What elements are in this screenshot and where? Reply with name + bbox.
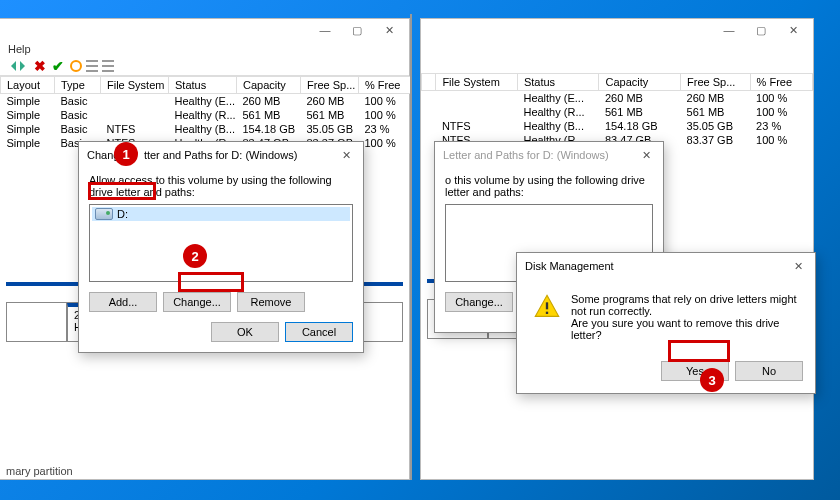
col-pct[interactable]: % Free xyxy=(359,77,411,94)
refresh-icon[interactable] xyxy=(70,60,82,72)
col-fs[interactable]: File System xyxy=(436,74,518,91)
ok-button[interactable]: OK xyxy=(211,322,279,342)
confirm-title: Disk Management xyxy=(525,260,614,272)
dialog-titlebar[interactable]: Letter and Paths for D: (Windows) ✕ xyxy=(435,142,663,168)
col-free[interactable]: Free Sp... xyxy=(681,74,751,91)
drive-letter-item[interactable]: D: xyxy=(92,207,350,221)
svg-rect-1 xyxy=(546,312,548,314)
titlebar: — ▢ ✕ xyxy=(0,19,409,41)
cancel-button[interactable]: Cancel xyxy=(285,322,353,342)
yes-button[interactable]: Yes xyxy=(661,361,729,381)
col-blank xyxy=(422,74,436,91)
col-layout[interactable]: Layout xyxy=(1,77,55,94)
pane-divider xyxy=(410,14,412,480)
add-button[interactable]: Add... xyxy=(89,292,157,312)
close-icon[interactable]: ✕ xyxy=(789,257,807,275)
table-row[interactable]: SimpleBasicHealthy (E...260 MB260 MB100 … xyxy=(1,94,411,109)
confirm-msg-line1: Some programs that rely on drive letters… xyxy=(571,293,799,317)
delete-icon[interactable]: ✖ xyxy=(34,59,48,73)
change-button[interactable]: Change... xyxy=(445,292,513,312)
col-fs[interactable]: File System xyxy=(101,77,169,94)
close-button[interactable]: ✕ xyxy=(777,20,809,40)
change-letter-dialog-left: Change tter and Paths for D: (Windows) ✕… xyxy=(78,141,364,353)
col-status[interactable]: Status xyxy=(169,77,237,94)
volume-table: File System Status Capacity Free Sp... %… xyxy=(421,73,813,147)
warning-icon xyxy=(533,293,561,321)
forward-icon[interactable] xyxy=(20,61,30,71)
titlebar: — ▢ ✕ xyxy=(421,19,813,41)
close-icon[interactable]: ✕ xyxy=(637,146,655,164)
table-row[interactable]: SimpleBasicNTFSHealthy (B...154.18 GB35.… xyxy=(1,122,411,136)
svg-rect-0 xyxy=(546,302,548,309)
col-type[interactable]: Type xyxy=(55,77,101,94)
volume-table: Layout Type File System Status Capacity … xyxy=(0,76,411,150)
list-icon[interactable] xyxy=(86,60,98,72)
minimize-button[interactable]: — xyxy=(309,20,341,40)
col-pct[interactable]: % Free xyxy=(750,74,812,91)
table-row[interactable]: Healthy (R...561 MB561 MB100 % xyxy=(422,105,813,119)
close-button[interactable]: ✕ xyxy=(373,20,405,40)
table-row[interactable]: NTFSHealthy (B...154.18 GB35.05 GB23 % xyxy=(422,119,813,133)
confirm-msg-line2: Are you sure you want to remove this dri… xyxy=(571,317,799,341)
drive-letter-label: D: xyxy=(117,208,128,220)
legend-text: mary partition xyxy=(6,465,73,477)
close-icon[interactable]: ✕ xyxy=(337,146,355,164)
maximize-button[interactable]: ▢ xyxy=(745,20,777,40)
toolbar: ✖ ✔ xyxy=(0,57,409,76)
drive-icon xyxy=(95,208,113,220)
dialog-description: o this volume by using the following dri… xyxy=(445,174,653,198)
change-button[interactable]: Change... xyxy=(163,292,231,312)
menu-help[interactable]: Help xyxy=(0,41,409,57)
back-icon[interactable] xyxy=(6,61,16,71)
no-button[interactable]: No xyxy=(735,361,803,381)
maximize-button[interactable]: ▢ xyxy=(341,20,373,40)
col-status[interactable]: Status xyxy=(517,74,599,91)
apply-icon[interactable]: ✔ xyxy=(52,59,66,73)
dialog-titlebar[interactable]: Disk Management ✕ xyxy=(517,253,815,279)
table-row[interactable]: SimpleBasicHealthy (R...561 MB561 MB100 … xyxy=(1,108,411,122)
detail-icon[interactable] xyxy=(102,60,114,72)
dialog-titlebar[interactable]: Change tter and Paths for D: (Windows) ✕ xyxy=(79,142,363,168)
table-row[interactable]: Healthy (E...260 MB260 MB100 % xyxy=(422,91,813,106)
col-capacity[interactable]: Capacity xyxy=(237,77,301,94)
col-free[interactable]: Free Sp... xyxy=(301,77,359,94)
col-capacity[interactable]: Capacity xyxy=(599,74,681,91)
disk-label xyxy=(7,303,67,341)
minimize-button[interactable]: — xyxy=(713,20,745,40)
confirm-dialog: Disk Management ✕ Some programs that rel… xyxy=(516,252,816,394)
drive-letter-listbox[interactable]: D: xyxy=(89,204,353,282)
dialog-description: Allow access to this volume by using the… xyxy=(89,174,353,198)
remove-button[interactable]: Remove xyxy=(237,292,305,312)
